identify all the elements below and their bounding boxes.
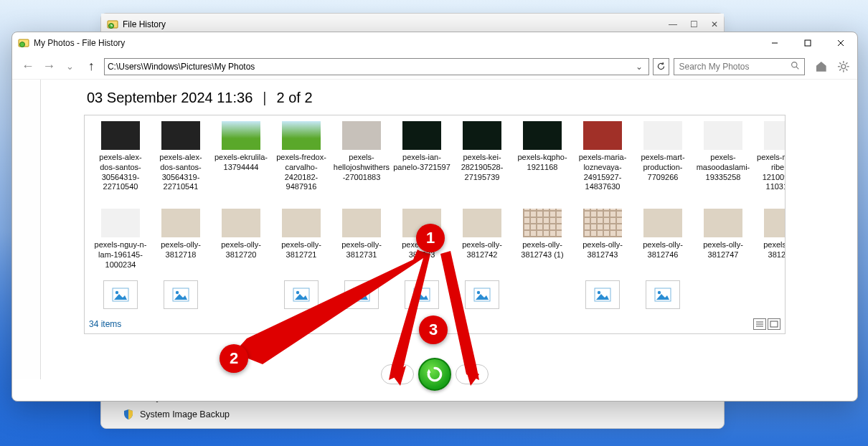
- file-thumbnail: [101, 121, 140, 150]
- file-item[interactable]: pexels-olly-3812743: [574, 209, 631, 277]
- file-item[interactable]: pexels-ekrulila-13794444: [212, 121, 270, 206]
- file-label: pexels-nguy-n-lam-196145-1000234: [92, 240, 149, 270]
- svg-point-38: [598, 291, 600, 294]
- address-bar[interactable]: C:\Users\Windows\Pictures\My Photos ⌄: [104, 58, 649, 75]
- nav-up-button[interactable]: ↑: [82, 58, 99, 75]
- minimize-button[interactable]: [758, 32, 791, 54]
- left-rail: [12, 80, 41, 379]
- file-label: pexels-hellojoshwithers-27001883: [333, 153, 390, 182]
- file-item[interactable]: [152, 280, 209, 313]
- annotation-1: 1: [416, 224, 445, 252]
- annotation-arrow-1-to-next: [439, 251, 482, 387]
- file-item[interactable]: pexels-olly-3812743 (1): [514, 209, 571, 277]
- file-thumbnail: [523, 209, 562, 237]
- file-label: pexels-moises-ribeiro-121009899-11031497: [755, 153, 786, 192]
- bg-minimize-button[interactable]: —: [669, 19, 677, 29]
- annotation-3: 3: [419, 315, 448, 344]
- file-label: pexels-kei-282190528-27195739: [453, 153, 511, 182]
- svg-rect-5: [805, 40, 811, 46]
- shield-icon: [123, 409, 134, 420]
- file-item[interactable]: pexels-mart-production-7709266: [634, 121, 692, 206]
- bg-maximize-button[interactable]: ☐: [690, 19, 698, 29]
- file-item[interactable]: pexels-olly-3812746: [634, 209, 692, 277]
- file-label: pexels-olly-3812746: [634, 240, 692, 260]
- file-thumbnail: [583, 209, 622, 237]
- file-item[interactable]: pexels-kei-282190528-27195739: [453, 121, 511, 206]
- file-thumbnail: [463, 121, 501, 150]
- file-label: pexels-maria-loznevaya-24915927-14837630: [574, 153, 631, 192]
- svg-marker-55: [440, 251, 479, 380]
- settings-icon[interactable]: [837, 60, 850, 73]
- file-thumbnail: [101, 209, 140, 237]
- file-thumbnail: [161, 121, 200, 150]
- nav-row: ← → ⌄ ↑ C:\Users\Windows\Pictures\My Pho…: [12, 54, 857, 80]
- file-label: pexels-masoodaslami-19335258: [694, 153, 752, 182]
- nav-back-button[interactable]: ←: [19, 58, 36, 75]
- svg-marker-53: [389, 251, 430, 380]
- file-thumbnail: [282, 121, 321, 150]
- search-placeholder: Search My Photos: [679, 62, 790, 72]
- maximize-button[interactable]: [791, 32, 824, 54]
- file-thumbnail: [463, 209, 501, 237]
- home-icon[interactable]: [815, 60, 828, 73]
- details-view-button[interactable]: [753, 318, 766, 330]
- file-label: pexels-olly-3812754: [755, 240, 786, 260]
- address-dropdown-icon[interactable]: ⌄: [633, 62, 646, 72]
- file-label: pexels-mart-production-7709266: [634, 153, 692, 182]
- file-label: pexels-ekrulila-13794444: [212, 153, 270, 173]
- version-timestamp: 03 September 2024 11:36: [87, 90, 253, 106]
- file-item[interactable]: pexels-fredox-carvalho-2420182-9487916: [273, 121, 330, 206]
- svg-line-18: [840, 69, 841, 70]
- file-thumbnail: [402, 121, 441, 150]
- file-item[interactable]: pexels-olly-3812747: [694, 209, 752, 277]
- file-label: pexels-fredox-carvalho-2420182-9487916: [273, 153, 330, 192]
- file-item[interactable]: pexels-nguy-n-lam-196145-1000234: [92, 209, 149, 277]
- thumbnails-view-button[interactable]: [768, 318, 780, 330]
- svg-point-10: [841, 64, 846, 68]
- file-item[interactable]: [574, 280, 631, 313]
- file-thumbnail: [643, 121, 682, 150]
- file-item[interactable]: pexels-moises-ribeiro-121009899-11031497: [755, 121, 786, 206]
- file-item[interactable]: pexels-olly-3812718: [152, 209, 209, 277]
- file-item[interactable]: pexels-kqpho-1921168: [514, 121, 571, 206]
- close-button[interactable]: [824, 32, 857, 54]
- file-thumbnail: [161, 209, 200, 237]
- file-item[interactable]: [634, 280, 692, 313]
- titlebar: My Photos - File History: [12, 32, 857, 54]
- file-item[interactable]: pexels-maria-loznevaya-24915927-14837630: [574, 121, 631, 206]
- file-item[interactable]: pexels-olly-3812754: [755, 209, 786, 277]
- bg-close-button[interactable]: ✕: [711, 19, 718, 29]
- file-thumbnail: [222, 121, 260, 150]
- file-label: pexels-alex-dos-santos-30564319-22710540: [92, 153, 149, 192]
- file-thumbnail: [764, 209, 786, 237]
- file-item[interactable]: [92, 280, 149, 313]
- nav-recent-button[interactable]: ⌄: [62, 58, 78, 75]
- file-label: pexels-olly-3812743 (1): [514, 240, 571, 260]
- file-label: pexels-olly-3812743: [574, 240, 631, 260]
- file-history-icon: [107, 19, 118, 30]
- svg-rect-46: [770, 321, 778, 327]
- file-thumbnail: [342, 121, 381, 150]
- svg-point-3: [20, 42, 25, 47]
- file-item[interactable]: pexels-masoodaslami-19335258: [694, 121, 752, 206]
- main-window: My Photos - File History ← → ⌄ ↑ C:\User…: [11, 32, 858, 402]
- file-label: pexels-kqpho-1921168: [514, 153, 571, 173]
- refresh-button[interactable]: [653, 58, 670, 75]
- bg-item-system-image-backup[interactable]: System Image Backup: [123, 407, 702, 422]
- file-item[interactable]: pexels-alex-dos-santos-30564319-22710540: [92, 121, 149, 206]
- file-item[interactable]: pexels-alex-dos-santos-30564319-22710541: [152, 121, 209, 206]
- file-item[interactable]: pexels-ian-panelo-3721597: [393, 121, 450, 206]
- file-label: pexels-olly-3812718: [152, 240, 209, 260]
- window-title: My Photos - File History: [34, 38, 125, 48]
- svg-point-8: [791, 62, 796, 67]
- file-thumbnail: [164, 280, 198, 309]
- svg-point-23: [176, 291, 179, 294]
- search-input[interactable]: Search My Photos: [674, 58, 804, 75]
- file-thumbnail: [704, 209, 742, 237]
- file-thumbnail: [103, 280, 138, 309]
- file-item[interactable]: pexels-hellojoshwithers-27001883: [333, 121, 390, 206]
- svg-line-9: [796, 67, 798, 69]
- bg-window-title: File History: [123, 19, 166, 29]
- nav-forward-button[interactable]: →: [40, 58, 57, 75]
- svg-line-15: [840, 62, 841, 64]
